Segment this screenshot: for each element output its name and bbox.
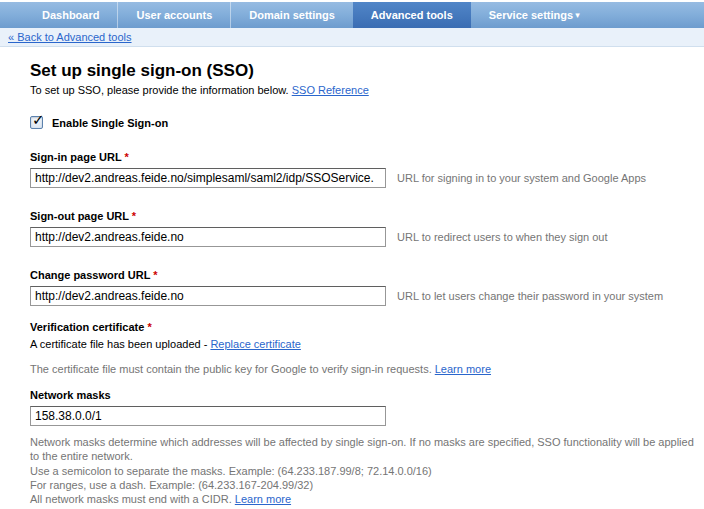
replace-certificate-link[interactable]: Replace certificate <box>210 338 301 350</box>
verification-certificate-label-text: Verification certificate <box>30 321 144 333</box>
required-asterisk: * <box>125 151 129 163</box>
change-password-url-label-text: Change password URL <box>30 269 150 281</box>
certificate-learn-more-link[interactable]: Learn more <box>435 363 491 375</box>
change-password-url-field: Change password URL * URL to let users c… <box>30 269 704 306</box>
tab-service-settings-label: Service settings <box>489 9 573 21</box>
certificate-note-text: The certificate file must contain the pu… <box>30 363 435 375</box>
sign-in-url-field: Sign-in page URL * URL for signing in to… <box>30 151 704 188</box>
sso-setup-form: Set up single sign-on (SSO) To set up SS… <box>0 47 704 509</box>
enable-sso-checkbox[interactable] <box>30 116 43 129</box>
network-masks-section: Network masks Network masks determine wh… <box>30 389 704 506</box>
network-masks-label: Network masks <box>30 389 704 401</box>
network-masks-desc-line-3: For ranges, use a dash. Example: (64.233… <box>30 478 698 492</box>
change-password-url-hint: URL to let users change their password i… <box>397 290 663 302</box>
sign-in-url-label: Sign-in page URL * <box>30 151 704 163</box>
change-password-url-label: Change password URL * <box>30 269 704 281</box>
sign-out-url-hint: URL to redirect users to when they sign … <box>397 231 608 243</box>
verification-certificate-label: Verification certificate * <box>30 321 704 333</box>
sign-in-url-hint: URL for signing in to your system and Go… <box>397 172 646 184</box>
enable-sso-label: Enable Single Sign-on <box>52 117 168 129</box>
network-masks-learn-more-link[interactable]: Learn more <box>235 493 291 505</box>
network-masks-desc-line-1: Network masks determine which addresses … <box>30 435 698 464</box>
sign-in-url-input[interactable] <box>30 168 386 188</box>
sign-out-url-label: Sign-out page URL * <box>30 210 704 222</box>
required-asterisk: * <box>147 321 151 333</box>
page-title: Set up single sign-on (SSO) <box>30 61 704 81</box>
sign-out-url-input[interactable] <box>30 227 386 247</box>
verification-certificate-section: Verification certificate * A certificate… <box>30 321 704 375</box>
tab-dashboard[interactable]: Dashboard <box>24 2 117 28</box>
network-masks-description: Network masks determine which addresses … <box>30 435 698 506</box>
tab-advanced-tools[interactable]: Advanced tools <box>353 2 471 28</box>
intro-line: To set up SSO, please provide the inform… <box>30 84 704 96</box>
tab-domain-settings[interactable]: Domain settings <box>230 2 353 28</box>
network-masks-cidr-text: All network masks must end with a CIDR. <box>30 493 235 505</box>
subnav-bar: « Back to Advanced tools <box>0 28 704 47</box>
tab-user-accounts[interactable]: User accounts <box>117 2 230 28</box>
sso-reference-link[interactable]: SSO Reference <box>292 84 369 96</box>
tab-service-settings[interactable]: Service settings ▾ <box>471 2 598 28</box>
enable-sso-row: Enable Single Sign-on <box>30 116 704 129</box>
sign-out-url-label-text: Sign-out page URL <box>30 210 129 222</box>
network-masks-desc-line-2: Use a semicolon to separate the masks. E… <box>30 464 698 478</box>
back-to-advanced-tools-link[interactable]: « Back to Advanced tools <box>8 31 132 43</box>
intro-text: To set up SSO, please provide the inform… <box>30 84 289 96</box>
change-password-url-input[interactable] <box>30 286 386 306</box>
network-masks-input[interactable] <box>30 406 386 426</box>
chevron-down-icon: ▾ <box>575 10 580 20</box>
certificate-status-line: A certificate file has been uploaded - R… <box>30 338 704 350</box>
sign-out-url-field: Sign-out page URL * URL to redirect user… <box>30 210 704 247</box>
sign-in-url-label-text: Sign-in page URL <box>30 151 121 163</box>
main-nav: Dashboard User accounts Domain settings … <box>0 2 704 28</box>
certificate-status-text: A certificate file has been uploaded - <box>30 338 210 350</box>
required-asterisk: * <box>132 210 136 222</box>
certificate-note: The certificate file must contain the pu… <box>30 363 704 375</box>
required-asterisk: * <box>153 269 157 281</box>
network-masks-desc-line-4: All network masks must end with a CIDR. … <box>30 492 698 506</box>
